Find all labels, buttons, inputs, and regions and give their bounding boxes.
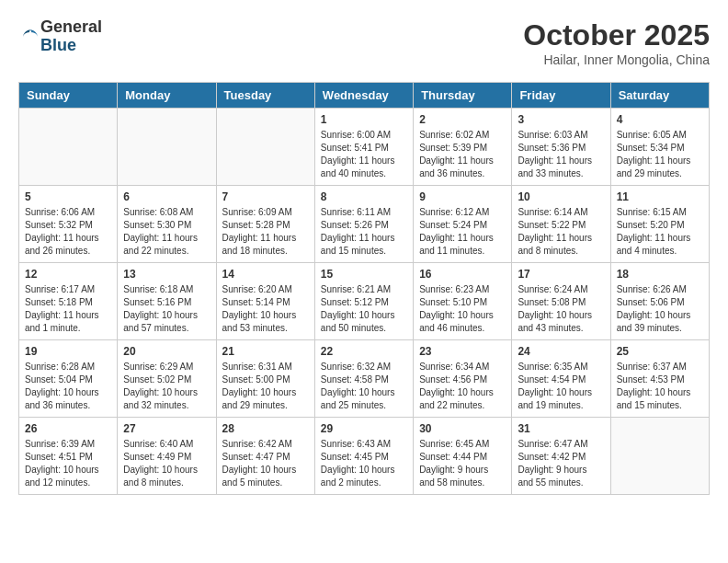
day-info: Sunrise: 6:11 AMSunset: 5:26 PMDaylight:… xyxy=(321,206,407,258)
day-number: 19 xyxy=(25,345,111,358)
calendar-cell: 12Sunrise: 6:17 AMSunset: 5:18 PMDayligh… xyxy=(19,263,118,340)
day-number: 30 xyxy=(419,422,506,435)
column-header-friday: Friday xyxy=(512,83,610,109)
day-info: Sunrise: 6:26 AMSunset: 5:06 PMDaylight:… xyxy=(617,283,703,335)
column-header-saturday: Saturday xyxy=(610,83,709,109)
calendar-cell: 29Sunrise: 6:43 AMSunset: 4:45 PMDayligh… xyxy=(314,418,413,495)
calendar-cell: 16Sunrise: 6:23 AMSunset: 5:10 PMDayligh… xyxy=(414,263,512,340)
calendar-cell: 8Sunrise: 6:11 AMSunset: 5:26 PMDaylight… xyxy=(314,186,413,263)
day-number: 16 xyxy=(419,268,506,281)
calendar-cell: 20Sunrise: 6:29 AMSunset: 5:02 PMDayligh… xyxy=(118,340,216,418)
calendar-cell xyxy=(19,109,118,186)
logo: General Blue xyxy=(18,18,102,55)
calendar-week-row: 26Sunrise: 6:39 AMSunset: 4:51 PMDayligh… xyxy=(19,418,710,495)
day-info: Sunrise: 6:35 AMSunset: 4:54 PMDaylight:… xyxy=(518,361,604,412)
day-info: Sunrise: 6:29 AMSunset: 5:02 PMDaylight:… xyxy=(123,361,210,412)
day-number: 8 xyxy=(321,190,407,203)
calendar-cell: 15Sunrise: 6:21 AMSunset: 5:12 PMDayligh… xyxy=(314,263,413,340)
day-info: Sunrise: 6:12 AMSunset: 5:24 PMDaylight:… xyxy=(419,206,506,258)
day-info: Sunrise: 6:32 AMSunset: 4:58 PMDaylight:… xyxy=(321,361,407,412)
day-number: 1 xyxy=(321,113,407,126)
calendar-cell: 22Sunrise: 6:32 AMSunset: 4:58 PMDayligh… xyxy=(314,340,413,418)
column-header-monday: Monday xyxy=(118,83,216,109)
day-number: 4 xyxy=(617,113,703,126)
day-number: 14 xyxy=(222,268,309,281)
day-number: 23 xyxy=(419,345,506,358)
day-info: Sunrise: 6:47 AMSunset: 4:42 PMDaylight:… xyxy=(518,438,604,489)
calendar-header-row: SundayMondayTuesdayWednesdayThursdayFrid… xyxy=(19,83,710,109)
column-header-sunday: Sunday xyxy=(19,83,118,109)
day-number: 22 xyxy=(321,345,407,358)
day-number: 29 xyxy=(321,422,407,435)
day-info: Sunrise: 6:20 AMSunset: 5:14 PMDaylight:… xyxy=(222,283,309,335)
calendar-cell: 10Sunrise: 6:14 AMSunset: 5:22 PMDayligh… xyxy=(512,186,610,263)
day-number: 18 xyxy=(617,268,703,281)
day-info: Sunrise: 6:45 AMSunset: 4:44 PMDaylight:… xyxy=(419,438,506,489)
calendar-cell: 9Sunrise: 6:12 AMSunset: 5:24 PMDaylight… xyxy=(414,186,512,263)
calendar-cell: 23Sunrise: 6:34 AMSunset: 4:56 PMDayligh… xyxy=(414,340,512,418)
calendar-cell: 13Sunrise: 6:18 AMSunset: 5:16 PMDayligh… xyxy=(118,263,216,340)
day-number: 6 xyxy=(123,190,210,203)
calendar-cell: 27Sunrise: 6:40 AMSunset: 4:49 PMDayligh… xyxy=(118,418,216,495)
column-header-wednesday: Wednesday xyxy=(314,83,413,109)
day-number: 12 xyxy=(25,268,111,281)
day-number: 28 xyxy=(222,422,309,435)
day-number: 15 xyxy=(321,268,407,281)
calendar-cell: 26Sunrise: 6:39 AMSunset: 4:51 PMDayligh… xyxy=(19,418,118,495)
day-info: Sunrise: 6:37 AMSunset: 4:53 PMDaylight:… xyxy=(617,361,703,412)
calendar-cell: 5Sunrise: 6:06 AMSunset: 5:32 PMDaylight… xyxy=(19,186,118,263)
header: General Blue October 2025 Hailar, Inner … xyxy=(18,18,710,67)
calendar-cell: 21Sunrise: 6:31 AMSunset: 5:00 PMDayligh… xyxy=(216,340,314,418)
calendar-week-row: 1Sunrise: 6:00 AMSunset: 5:41 PMDaylight… xyxy=(19,109,710,186)
day-number: 17 xyxy=(518,268,604,281)
calendar-cell: 28Sunrise: 6:42 AMSunset: 4:47 PMDayligh… xyxy=(216,418,314,495)
calendar-cell xyxy=(118,109,216,186)
day-number: 31 xyxy=(518,422,604,435)
logo-text: General Blue xyxy=(40,18,102,55)
day-number: 27 xyxy=(123,422,210,435)
calendar-cell: 25Sunrise: 6:37 AMSunset: 4:53 PMDayligh… xyxy=(610,340,709,418)
day-info: Sunrise: 6:28 AMSunset: 5:04 PMDaylight:… xyxy=(25,361,111,412)
day-number: 3 xyxy=(518,113,604,126)
day-info: Sunrise: 6:43 AMSunset: 4:45 PMDaylight:… xyxy=(321,438,407,489)
day-info: Sunrise: 6:17 AMSunset: 5:18 PMDaylight:… xyxy=(25,283,111,335)
calendar-cell: 11Sunrise: 6:15 AMSunset: 5:20 PMDayligh… xyxy=(610,186,709,263)
calendar-cell: 1Sunrise: 6:00 AMSunset: 5:41 PMDaylight… xyxy=(314,109,413,186)
title-area: October 2025 Hailar, Inner Mongolia, Chi… xyxy=(523,18,710,67)
month-title: October 2025 xyxy=(523,18,710,52)
calendar-week-row: 12Sunrise: 6:17 AMSunset: 5:18 PMDayligh… xyxy=(19,263,710,340)
column-header-thursday: Thursday xyxy=(414,83,512,109)
day-info: Sunrise: 6:24 AMSunset: 5:08 PMDaylight:… xyxy=(518,283,604,335)
calendar-cell: 3Sunrise: 6:03 AMSunset: 5:36 PMDaylight… xyxy=(512,109,610,186)
day-number: 7 xyxy=(222,190,309,203)
logo-general: General xyxy=(40,18,102,37)
day-info: Sunrise: 6:31 AMSunset: 5:00 PMDaylight:… xyxy=(222,361,309,412)
day-info: Sunrise: 6:40 AMSunset: 4:49 PMDaylight:… xyxy=(123,438,210,489)
day-info: Sunrise: 6:08 AMSunset: 5:30 PMDaylight:… xyxy=(123,206,210,258)
day-info: Sunrise: 6:34 AMSunset: 4:56 PMDaylight:… xyxy=(419,361,506,412)
calendar-cell: 18Sunrise: 6:26 AMSunset: 5:06 PMDayligh… xyxy=(610,263,709,340)
calendar-cell: 7Sunrise: 6:09 AMSunset: 5:28 PMDaylight… xyxy=(216,186,314,263)
calendar-cell: 14Sunrise: 6:20 AMSunset: 5:14 PMDayligh… xyxy=(216,263,314,340)
day-number: 26 xyxy=(25,422,111,435)
day-info: Sunrise: 6:06 AMSunset: 5:32 PMDaylight:… xyxy=(25,206,111,258)
day-info: Sunrise: 6:39 AMSunset: 4:51 PMDaylight:… xyxy=(25,438,111,489)
calendar-cell: 31Sunrise: 6:47 AMSunset: 4:42 PMDayligh… xyxy=(512,418,610,495)
day-info: Sunrise: 6:18 AMSunset: 5:16 PMDaylight:… xyxy=(123,283,210,335)
day-number: 5 xyxy=(25,190,111,203)
day-number: 9 xyxy=(419,190,506,203)
day-number: 11 xyxy=(617,190,703,203)
column-header-tuesday: Tuesday xyxy=(216,83,314,109)
day-info: Sunrise: 6:05 AMSunset: 5:34 PMDaylight:… xyxy=(617,129,703,180)
calendar-cell xyxy=(216,109,314,186)
day-info: Sunrise: 6:02 AMSunset: 5:39 PMDaylight:… xyxy=(419,129,506,180)
day-info: Sunrise: 6:03 AMSunset: 5:36 PMDaylight:… xyxy=(518,129,604,180)
calendar-cell: 30Sunrise: 6:45 AMSunset: 4:44 PMDayligh… xyxy=(414,418,512,495)
calendar-cell: 17Sunrise: 6:24 AMSunset: 5:08 PMDayligh… xyxy=(512,263,610,340)
logo-blue: Blue xyxy=(40,37,102,55)
day-number: 25 xyxy=(617,345,703,358)
day-number: 20 xyxy=(123,345,210,358)
calendar-cell: 4Sunrise: 6:05 AMSunset: 5:34 PMDaylight… xyxy=(610,109,709,186)
day-info: Sunrise: 6:42 AMSunset: 4:47 PMDaylight:… xyxy=(222,438,309,489)
calendar-cell: 24Sunrise: 6:35 AMSunset: 4:54 PMDayligh… xyxy=(512,340,610,418)
